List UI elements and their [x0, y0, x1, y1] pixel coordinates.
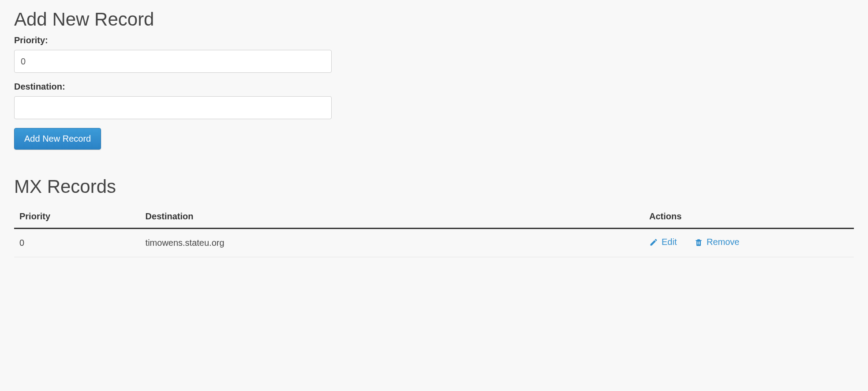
cell-priority: 0 [14, 229, 140, 257]
destination-input[interactable] [14, 96, 332, 119]
add-record-button[interactable]: Add New Record [14, 128, 101, 150]
trash-icon [694, 238, 703, 247]
cell-actions: Edit Remove [644, 229, 854, 257]
col-header-actions: Actions [644, 206, 854, 229]
add-record-heading: Add New Record [14, 9, 854, 30]
mx-records-table: Priority Destination Actions 0 timowens.… [14, 206, 854, 257]
remove-link[interactable]: Remove [694, 237, 739, 247]
edit-link-label: Edit [662, 237, 677, 247]
destination-field-group: Destination: [14, 82, 854, 119]
mx-records-heading: MX Records [14, 176, 854, 197]
priority-label: Priority: [14, 35, 854, 45]
table-row: 0 timowens.stateu.org Edit Remove [14, 229, 854, 257]
destination-label: Destination: [14, 82, 854, 92]
col-header-priority: Priority [14, 206, 140, 229]
priority-field-group: Priority: [14, 35, 854, 73]
remove-link-label: Remove [707, 237, 739, 247]
priority-input[interactable] [14, 50, 332, 73]
pencil-icon [649, 238, 658, 247]
col-header-destination: Destination [140, 206, 644, 229]
edit-link[interactable]: Edit [649, 237, 677, 247]
cell-destination: timowens.stateu.org [140, 229, 644, 257]
